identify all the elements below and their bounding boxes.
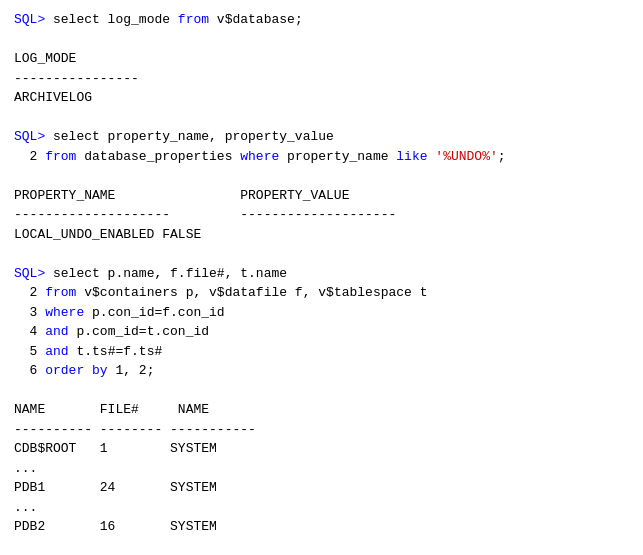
prompt-sql-2: SQL>	[14, 129, 53, 144]
blank5	[14, 381, 629, 401]
line-cmd2-2: 2 from database_properties where propert…	[14, 147, 629, 167]
output-row-cdbroot: CDB$ROOT 1 SYSTEM	[14, 439, 629, 459]
output-log-mode-header: LOG_MODE	[14, 49, 629, 69]
cmd2-literal: '%UNDO%'	[435, 149, 497, 164]
line-cmd3-5: 5 and t.ts#=f.ts#	[14, 342, 629, 362]
cmd1-text: select log_mode	[53, 12, 178, 27]
output-ellipsis-2: ...	[14, 498, 629, 518]
line-cmd3-6: 6 order by 1, 2;	[14, 361, 629, 381]
blank1	[14, 30, 629, 50]
terminal-output: SQL> select log_mode from v$database; LO…	[14, 10, 629, 537]
cmd3-6-order: order by	[45, 363, 107, 378]
cmd3-5-and: and	[45, 344, 68, 359]
cmd2-from: from	[45, 149, 76, 164]
separator-1: ----------------	[14, 69, 629, 89]
output-row-pdb2: PDB2 16 SYSTEM	[14, 517, 629, 537]
output-archivelog: ARCHIVELOG	[14, 88, 629, 108]
separator-3: ---------- -------- -----------	[14, 420, 629, 440]
line-cmd3-4: 4 and p.com_id=t.con_id	[14, 322, 629, 342]
cmd3-3-cond: p.con_id=f.con_id	[84, 305, 224, 320]
cmd1-table: v$database;	[209, 12, 303, 27]
blank2	[14, 108, 629, 128]
output-ellipsis-1: ...	[14, 459, 629, 479]
cmd1-from: from	[178, 12, 209, 27]
cmd3-2-num: 2	[14, 285, 45, 300]
cmd3-4-and: and	[45, 324, 68, 339]
cmd2-condition: property_name	[279, 149, 396, 164]
cmd3-5-cond: t.ts#=f.ts#	[69, 344, 163, 359]
output-prop-header: PROPERTY_NAME PROPERTY_VALUE	[14, 186, 629, 206]
cmd3-4-cond: p.com_id=t.con_id	[69, 324, 209, 339]
cmd3-2-tables: v$containers p, v$datafile f, v$tablespa…	[76, 285, 427, 300]
output-row-pdb1: PDB1 24 SYSTEM	[14, 478, 629, 498]
cmd2-table: database_properties	[76, 149, 240, 164]
output-table-header: NAME FILE# NAME	[14, 400, 629, 420]
line-cmd3-3: 3 where p.con_id=f.con_id	[14, 303, 629, 323]
cmd3-3-where: where	[45, 305, 84, 320]
cmd2-cont: 2	[14, 149, 45, 164]
line-cmd3-2: 2 from v$containers p, v$datafile f, v$t…	[14, 283, 629, 303]
cmd2-semi: ;	[498, 149, 506, 164]
line-cmd3-1: SQL> select p.name, f.file#, t.name	[14, 264, 629, 284]
cmd2-like: like	[396, 149, 427, 164]
prompt-sql-3: SQL>	[14, 266, 53, 281]
cmd3-5-num: 5	[14, 344, 45, 359]
cmd2-where: where	[240, 149, 279, 164]
line-cmd1: SQL> select log_mode from v$database;	[14, 10, 629, 30]
cmd3-2-from: from	[45, 285, 76, 300]
separator-2: -------------------- -------------------…	[14, 205, 629, 225]
prompt-sql: SQL>	[14, 12, 53, 27]
output-local-undo: LOCAL_UNDO_ENABLED FALSE	[14, 225, 629, 245]
cmd3-6-num: 6	[14, 363, 45, 378]
blank4	[14, 244, 629, 264]
cmd3-3-num: 3	[14, 305, 45, 320]
cmd3-4-num: 4	[14, 324, 45, 339]
cmd3-select: select p.name, f.file#, t.name	[53, 266, 287, 281]
line-cmd2-1: SQL> select property_name, property_valu…	[14, 127, 629, 147]
cmd3-6-cols: 1, 2;	[108, 363, 155, 378]
cmd2-select: select property_name, property_value	[53, 129, 334, 144]
blank3	[14, 166, 629, 186]
